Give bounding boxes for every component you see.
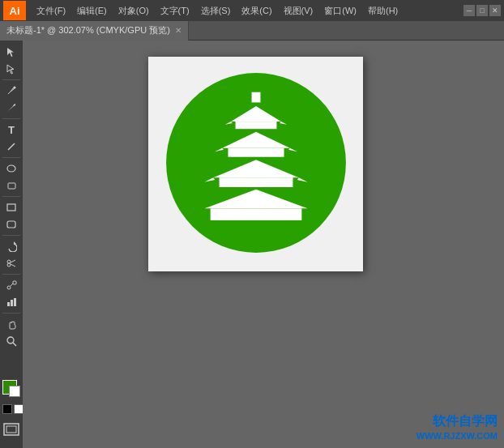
svg-point-13 (7, 286, 11, 289)
svg-line-20 (13, 343, 16, 346)
type-tool[interactable]: T (2, 122, 20, 138)
menu-object[interactable]: 对象(O) (113, 3, 155, 19)
hand-tool[interactable] (2, 316, 20, 332)
svg-point-4 (7, 165, 15, 172)
svg-marker-1 (7, 65, 14, 74)
toolbar-divider-3 (2, 157, 20, 158)
screen-mode-icon[interactable] (2, 422, 20, 440)
menu-file[interactable]: 文件(F) (31, 3, 71, 19)
svg-point-2 (14, 87, 16, 89)
svg-line-3 (8, 143, 15, 150)
eraser-tool[interactable] (2, 177, 20, 194)
toolbar-divider-7 (2, 313, 20, 314)
svg-rect-17 (11, 300, 13, 306)
menu-select[interactable]: 选择(S) (195, 3, 237, 19)
zoom-tool[interactable] (2, 333, 20, 349)
svg-point-10 (7, 263, 11, 267)
menu-window[interactable]: 窗口(W) (318, 3, 362, 19)
svg-marker-0 (7, 48, 14, 57)
svg-point-9 (7, 260, 11, 263)
pencil-tool[interactable] (2, 100, 20, 116)
win-close[interactable]: ✕ (489, 5, 501, 16)
rotate-tool[interactable] (2, 238, 20, 254)
menu-bar: Ai 文件(F) 编辑(E) 对象(O) 文字(T) 选择(S) 效果(C) 视… (0, 0, 504, 21)
svg-rect-18 (14, 298, 16, 306)
tab-title: 未标题-1* @ 302.07% (CMYK/GPU 预览) (6, 24, 170, 36)
document-tab[interactable]: 未标题-1* @ 302.07% (CMYK/GPU 预览) ✕ (0, 21, 189, 41)
svg-rect-15 (13, 281, 16, 284)
direct-select-tool[interactable] (2, 61, 20, 77)
ai-logo: Ai (3, 1, 26, 20)
win-maximize[interactable]: □ (476, 5, 488, 16)
selection-tool[interactable] (2, 44, 20, 60)
watermark: 软件自学网 WWW.RJZXW.COM (416, 413, 498, 442)
window-controls: ─ □ ✕ (463, 5, 501, 16)
left-toolbar: T (0, 41, 23, 448)
svg-rect-32 (210, 208, 301, 220)
toolbar-divider-1 (2, 79, 20, 80)
svg-point-19 (7, 337, 14, 343)
pen-tool[interactable] (2, 83, 20, 99)
toolbar-divider-5 (2, 235, 20, 236)
menu-type[interactable]: 文字(T) (155, 3, 195, 19)
tool-group-select (2, 44, 20, 60)
watermark-line1: 软件自学网 (416, 413, 498, 430)
svg-rect-26 (235, 122, 276, 129)
artboard (148, 57, 363, 271)
toolbar-divider-6 (2, 274, 20, 275)
bar-graph-tool[interactable] (2, 294, 20, 310)
line-tool[interactable] (2, 139, 20, 155)
rounded-rect-tool[interactable] (2, 216, 20, 233)
tab-close-button[interactable]: ✕ (175, 26, 182, 35)
scissors-tool[interactable] (2, 255, 20, 271)
color-mode-icons (2, 404, 23, 414)
menu-effect[interactable]: 效果(C) (236, 3, 277, 19)
ellipse-tool[interactable] (2, 160, 20, 177)
main-layout: T (0, 41, 504, 448)
svg-line-12 (11, 264, 15, 267)
menu-help[interactable]: 帮助(H) (362, 3, 404, 19)
svg-line-11 (11, 260, 15, 262)
toolbar-divider-2 (2, 118, 20, 119)
tool-group-direct (2, 61, 20, 77)
pagoda-icon-container (159, 66, 353, 263)
menu-view[interactable]: 视图(V) (278, 3, 319, 19)
svg-rect-5 (8, 183, 15, 189)
menu-items: 文件(F) 编辑(E) 对象(O) 文字(T) 选择(S) 效果(C) 视图(V… (31, 3, 463, 19)
svg-marker-8 (14, 241, 16, 244)
svg-rect-28 (228, 147, 284, 156)
background-color[interactable] (9, 386, 20, 397)
pagoda-svg (159, 66, 353, 260)
svg-rect-7 (7, 221, 15, 228)
svg-rect-6 (7, 204, 15, 211)
svg-rect-30 (219, 177, 293, 187)
tab-bar: 未标题-1* @ 302.07% (CMYK/GPU 预览) ✕ (0, 21, 504, 41)
svg-rect-24 (251, 92, 260, 102)
svg-rect-22 (6, 426, 16, 433)
menu-edit[interactable]: 编辑(E) (71, 3, 113, 19)
canvas-area[interactable]: 软件自学网 WWW.RJZXW.COM (23, 41, 504, 448)
symbol-sprayer-tool[interactable] (2, 277, 20, 293)
swap-colors-icon[interactable] (2, 404, 12, 414)
svg-rect-16 (7, 302, 10, 306)
color-swatches (2, 380, 23, 414)
win-minimize[interactable]: ─ (463, 5, 475, 16)
watermark-line2: WWW.RJZXW.COM (416, 430, 498, 442)
rectangle-tool[interactable] (2, 199, 20, 215)
toolbar-divider-4 (2, 196, 20, 197)
default-colors-icon[interactable] (14, 404, 23, 414)
